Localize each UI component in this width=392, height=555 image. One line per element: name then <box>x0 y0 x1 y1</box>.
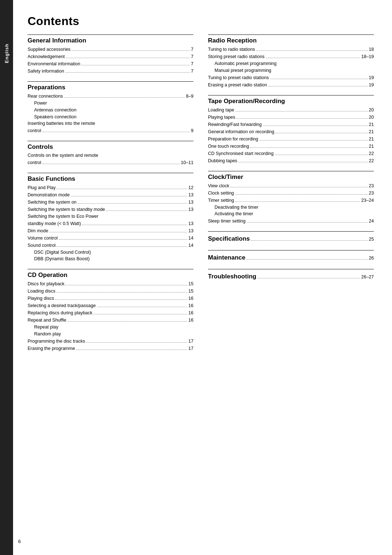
toc-page: 19 <box>369 74 374 81</box>
toc-dots <box>42 132 190 132</box>
toc-label: Storing preset radio stations <box>208 53 265 60</box>
toc-dots <box>68 321 187 322</box>
section-title-row-specifications: Specifications25 <box>208 234 374 244</box>
toc-item-general-information-1: Acknowledgement7 <box>28 53 193 60</box>
toc-dots <box>66 58 190 58</box>
section-preparations: PreparationsRear connections8–9PowerAnte… <box>28 81 193 134</box>
toc-label: Repeat and Shuffle <box>28 317 66 324</box>
toc-dots <box>259 140 368 140</box>
section-divider <box>208 34 374 35</box>
toc-dots <box>86 342 187 343</box>
toc-dots <box>97 307 187 307</box>
toc-page: 14 <box>188 234 193 242</box>
toc-dots <box>56 292 187 293</box>
toc-label: Tuning to preset radio stations <box>208 74 269 81</box>
toc-item-radio-reception-1: Storing preset radio stations18–19 <box>208 53 374 60</box>
toc-item-general-information-2: Environmental information7 <box>28 60 193 68</box>
toc-dots <box>76 350 187 350</box>
toc-item-cd-operation-1: Loading discs15 <box>28 287 193 295</box>
toc-dots <box>268 86 368 86</box>
toc-label: Programming the disc tracks <box>28 338 85 345</box>
section-title-specifications: Specifications <box>208 234 250 244</box>
toc-page: 10–11 <box>181 159 193 166</box>
section-divider <box>208 95 374 95</box>
toc-label: CD Synchronised start recording <box>208 150 274 157</box>
toc-dots <box>247 222 368 223</box>
toc-label: Sound control <box>28 242 56 249</box>
page-title: Contents <box>28 15 374 28</box>
toc-item-controls-0: Controls on the system and remote <box>28 152 193 159</box>
toc-label: Plug and Play <box>28 184 56 191</box>
dots-fill <box>257 278 360 278</box>
toc-page: 21 <box>369 128 374 135</box>
toc-dots <box>94 314 188 314</box>
dots-fill <box>251 240 368 241</box>
section-divider <box>208 171 374 171</box>
toc-label: Selecting a desired track/passage <box>28 302 96 309</box>
main-content: Contents General InformationSupplied acc… <box>13 0 392 555</box>
toc-dots <box>235 201 360 202</box>
section-divider <box>28 34 193 35</box>
toc-label: Discs for playback <box>28 280 64 287</box>
toc-item-cd-operation-9: Erasing the programme17 <box>28 345 193 352</box>
toc-item-preparations-3: Speakers connection <box>28 114 193 121</box>
toc-label: Acknowledgement <box>28 53 65 60</box>
toc-item-basic-functions-3: Switching the system to standby mode13 <box>28 206 193 213</box>
toc-dots <box>65 285 187 285</box>
toc-label: control <box>28 159 41 166</box>
section-page-troubleshooting: 26–27 <box>361 273 374 281</box>
toc-dots <box>42 164 180 164</box>
toc-item-basic-functions-8: Sound control14 <box>28 242 193 249</box>
toc-dots <box>82 225 187 225</box>
toc-item-clock-timer-3: Deactivating the timer <box>208 204 374 211</box>
toc-label: Preparation for recording <box>208 135 258 143</box>
toc-item-cd-operation-2: Playing discs16 <box>28 295 193 302</box>
section-title-tape-operation: Tape Operation/Recording <box>208 98 374 105</box>
toc-label: General information on recording <box>208 128 274 135</box>
toc-item-clock-timer-4: Activating the timer <box>208 211 374 217</box>
toc-page: 14 <box>188 242 193 249</box>
section-divider <box>28 81 193 82</box>
toc-item-radio-reception-3: Manual preset programming <box>208 67 374 74</box>
toc-item-radio-reception-0: Tuning to radio stations18 <box>208 46 374 53</box>
dots-fill <box>246 259 368 260</box>
toc-page: 16 <box>188 295 193 302</box>
toc-item-clock-timer-1: Clock setting23 <box>208 189 374 197</box>
toc-page: 22 <box>369 157 374 164</box>
toc-item-cd-operation-3: Selecting a desired track/passage16 <box>28 302 193 309</box>
toc-item-clock-timer-0: View clock23 <box>208 182 374 189</box>
toc-item-radio-reception-5: Erasing a preset radio station19 <box>208 81 374 89</box>
toc-item-basic-functions-6: Dim mode13 <box>28 227 193 234</box>
left-column: General InformationSupplied accessories7… <box>28 34 193 359</box>
toc-page: 23 <box>369 189 374 197</box>
right-column: Radio ReceptionTuning to radio stations1… <box>208 34 374 359</box>
page-number-footer: 6 <box>18 539 21 544</box>
section-divider <box>208 269 374 269</box>
toc-item-basic-functions-2: Switching the system on13 <box>28 199 193 206</box>
section-title-radio-reception: Radio Reception <box>208 37 374 44</box>
toc-item-clock-timer-5: Sleep timer setting24 <box>208 217 374 225</box>
toc-dots <box>230 187 368 187</box>
toc-item-preparations-5: control9 <box>28 127 193 134</box>
toc-item-basic-functions-7: Volume control14 <box>28 234 193 242</box>
toc-dots <box>266 58 360 58</box>
toc-page: 13 <box>188 227 193 234</box>
toc-label: Demonstration mode <box>28 191 70 199</box>
toc-item-tape-operation-2: Rewinding/Fast forwarding21 <box>208 121 374 128</box>
toc-page: 20 <box>369 106 374 114</box>
section-page-maintenance: 26 <box>369 254 374 262</box>
toc-item-tape-operation-3: General information on recording21 <box>208 128 374 135</box>
toc-page: 13 <box>188 206 193 213</box>
toc-page: 17 <box>188 338 193 345</box>
page-wrapper: English Contents General InformationSupp… <box>0 0 392 555</box>
toc-page: 13 <box>188 191 193 199</box>
toc-page: 18 <box>369 46 374 53</box>
toc-page: 15 <box>188 287 193 295</box>
section-troubleshooting: Troubleshooting26–27 <box>208 269 374 281</box>
toc-item-tape-operation-1: Playing tapes20 <box>208 114 374 121</box>
toc-dots <box>55 299 187 300</box>
toc-page: 9 <box>191 127 193 134</box>
toc-page: 15 <box>188 280 193 287</box>
content-columns: General InformationSupplied accessories7… <box>28 34 374 359</box>
toc-page: 7 <box>191 68 193 75</box>
